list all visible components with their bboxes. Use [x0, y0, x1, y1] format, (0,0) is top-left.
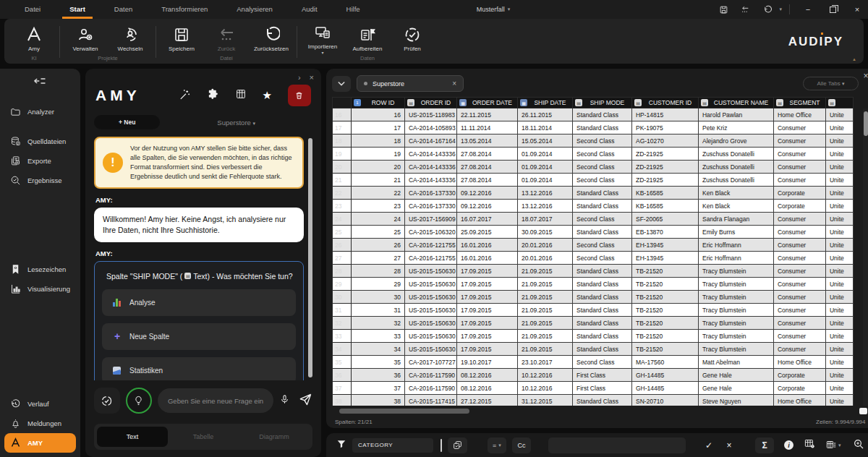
dataset-selector[interactable]: Superstore ▾: [160, 119, 312, 127]
table-cell[interactable]: 19.10.2017: [456, 356, 517, 369]
table-cell[interactable]: Consumer: [773, 226, 825, 239]
table-cell[interactable]: 17.09.2015: [456, 291, 517, 304]
table-cell[interactable]: Eric Hoffmann: [698, 239, 773, 252]
table-cell[interactable]: 09.12.2016: [456, 200, 517, 213]
table-cell[interactable]: 17.09.2015: [456, 304, 517, 317]
table-cell[interactable]: MA-17560: [631, 356, 698, 369]
table-cell[interactable]: Second Class: [572, 161, 631, 174]
scrollbar-corner[interactable]: [859, 408, 867, 414]
table-cell[interactable]: 17.09.2015: [456, 278, 517, 291]
operator-button[interactable]: = ▾: [488, 437, 506, 453]
sidebar-item-lesezeichen[interactable]: Lesezeichen: [4, 260, 76, 279]
row-number[interactable]: 22: [332, 187, 351, 200]
table-cell[interactable]: Standard Class: [572, 265, 631, 278]
table-cell[interactable]: Standard Class: [572, 330, 631, 343]
table-cell[interactable]: 28: [351, 265, 404, 278]
table-cell[interactable]: Tracy Blumstein: [698, 317, 773, 330]
table-cell[interactable]: CA-2017-107727: [404, 356, 456, 369]
sum-button[interactable]: Σ: [755, 437, 774, 453]
ribbon-importieren-button[interactable]: Importieren ▾: [300, 22, 345, 55]
table-cell[interactable]: Tracy Blumstein: [698, 330, 773, 343]
table-cell[interactable]: CA-2014-143336: [404, 174, 456, 187]
table-cell[interactable]: 17.09.2015: [456, 317, 517, 330]
table-cell[interactable]: 17: [351, 121, 404, 134]
menu-datei[interactable]: Datei: [10, 0, 55, 19]
table-cell[interactable]: Second Class: [572, 213, 631, 226]
column-header[interactable]: ▤ORDER ID: [404, 98, 456, 108]
table-cell[interactable]: 16: [351, 108, 404, 121]
table-cell[interactable]: Standard Class: [572, 187, 631, 200]
table-cell[interactable]: 27.08.2014: [456, 161, 517, 174]
table-cell[interactable]: Unite: [825, 369, 853, 382]
table-cell[interactable]: 26: [351, 239, 404, 252]
table-cell[interactable]: Home Office: [773, 395, 825, 406]
magic-wand-icon[interactable]: [179, 88, 191, 103]
menu-daten[interactable]: Daten: [100, 0, 147, 19]
table-cell[interactable]: 31: [351, 304, 404, 317]
table-cell[interactable]: 20.01.2016: [517, 252, 572, 265]
table-cell[interactable]: 21.09.2015: [517, 317, 572, 330]
table-cell[interactable]: Second Class: [572, 148, 631, 161]
column-header[interactable]: ▦ORDER DATE: [456, 98, 517, 108]
table-cell[interactable]: Consumer: [773, 213, 825, 226]
case-sensitive-button[interactable]: Cc: [512, 437, 531, 453]
row-number[interactable]: 32: [332, 317, 351, 330]
table-cell[interactable]: KB-16585: [631, 187, 698, 200]
table-cell[interactable]: 34: [351, 343, 404, 356]
table-cell[interactable]: 24: [351, 213, 404, 226]
horizontal-scrollbar[interactable]: [332, 407, 868, 416]
table-cell[interactable]: 27.12.2015: [456, 395, 517, 406]
table-cell[interactable]: 17.09.2015: [456, 265, 517, 278]
table-cell[interactable]: Corporate: [773, 369, 825, 382]
close-button[interactable]: ×: [846, 1, 868, 18]
column-header[interactable]: ▤SHIP MODE: [572, 98, 631, 108]
table-cell[interactable]: Matt Abelman: [698, 356, 773, 369]
table-cell[interactable]: Unite: [825, 108, 853, 121]
table-cell[interactable]: 20.01.2016: [517, 239, 572, 252]
table-cell[interactable]: Tracy Blumstein: [698, 265, 773, 278]
ribbon-amy-button[interactable]: Amy: [12, 22, 56, 55]
copy-filter-button[interactable]: [448, 437, 467, 453]
ribbon-verwalten-button[interactable]: Verwalten: [63, 22, 108, 55]
table-cell[interactable]: Corporate: [773, 187, 825, 200]
menu-hilfe[interactable]: Hilfe: [332, 0, 375, 19]
table-cell[interactable]: 08.12.2016: [456, 369, 517, 382]
table-cell[interactable]: CA-2016-137330: [404, 187, 456, 200]
dataset-tab-superstore[interactable]: Superstore ×: [357, 75, 464, 92]
ribbon-zurueck-button[interactable]: Zurück: [204, 22, 249, 55]
row-number[interactable]: 25: [332, 226, 351, 239]
menu-audit[interactable]: Audit: [287, 0, 332, 19]
table-cell[interactable]: Unite: [825, 213, 853, 226]
row-number[interactable]: 31: [332, 304, 351, 317]
vertical-scrollbar[interactable]: [863, 108, 868, 405]
table-cell[interactable]: Pete Kriz: [698, 121, 773, 134]
history-back-icon[interactable]: [736, 1, 754, 17]
table-cell[interactable]: 16.01.2016: [456, 239, 517, 252]
table-cell[interactable]: Consumer: [773, 161, 825, 174]
table-cell[interactable]: 37: [351, 382, 404, 395]
table-cell[interactable]: 17.09.2015: [456, 343, 517, 356]
table-cell[interactable]: CA-2016-121755: [404, 239, 456, 252]
table-cell[interactable]: US-2015-150630: [404, 343, 456, 356]
table-cell[interactable]: Unite: [825, 304, 853, 317]
table-cell[interactable]: Gene Hale: [698, 382, 773, 395]
menu-analysieren[interactable]: Analysieren: [222, 0, 287, 19]
option-statistiken[interactable]: Statistiken: [102, 357, 296, 380]
table-cell[interactable]: Unite: [825, 134, 853, 148]
table-cell[interactable]: Zuschuss Donatelli: [698, 174, 773, 187]
table-cell[interactable]: TB-21520: [631, 291, 698, 304]
table-cell[interactable]: Unite: [825, 200, 853, 213]
history-check-button[interactable]: [94, 388, 120, 414]
table-cell[interactable]: 21: [351, 174, 404, 187]
table-cell[interactable]: 15.05.2014: [517, 134, 572, 148]
table-cell[interactable]: Unite: [825, 121, 853, 134]
row-number[interactable]: 26: [332, 239, 351, 252]
sidebar-item-analyzer[interactable]: Analyzer: [4, 102, 76, 121]
table-cell[interactable]: Unite: [825, 317, 853, 330]
chat-scrollbar[interactable]: [308, 138, 312, 377]
new-chat-button[interactable]: + Neu: [94, 115, 160, 129]
table-cell[interactable]: 13.05.2014: [456, 134, 517, 148]
row-number[interactable]: 17: [332, 121, 351, 134]
table-cell[interactable]: 25: [351, 226, 404, 239]
table-cell[interactable]: 35: [351, 356, 404, 369]
